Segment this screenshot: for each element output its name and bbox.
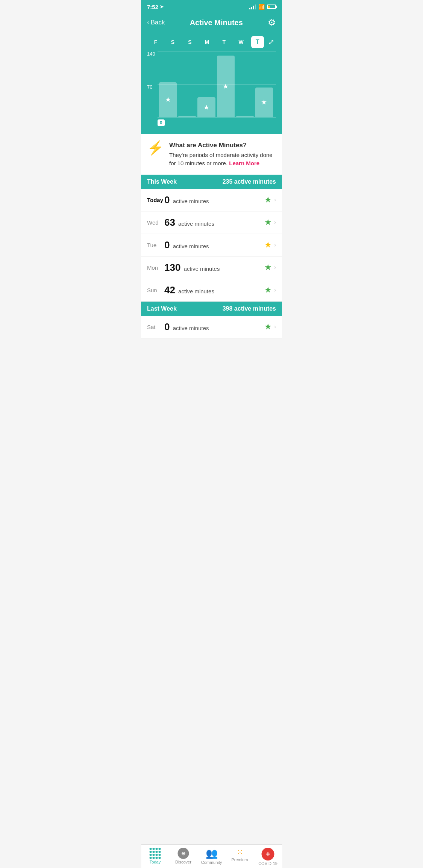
trophy-badge: T [251,36,264,48]
back-button[interactable]: ‹ Back [147,19,165,26]
day-row-wed[interactable]: Wed 63 active minutes ★ › [141,211,282,234]
chart-container: F S S M T W T ⤢ 140 70 [141,33,282,134]
chevron-mon: › [274,264,276,271]
bar-tuesday[interactable] [236,51,254,117]
y-label-140: 140 [147,51,155,57]
battery-icon [267,5,276,9]
learn-more-link[interactable]: Learn More [229,160,259,166]
day-name-mon: Mon [147,264,164,271]
time-label: 7:52 [147,4,158,10]
day-name-wed: Wed [147,219,164,226]
day-minutes-sat: 0 active minutes [164,321,264,333]
bar-wednesday-fill: ★ [255,88,273,117]
info-section: ⚡ What are Active Minutes? They're perio… [141,134,282,175]
chevron-today: › [274,196,276,203]
bar-monday[interactable]: ★ [217,51,235,117]
last-week-header: Last Week 398 active minutes [141,302,282,316]
bar-monday-fill: ★ [217,56,235,117]
day-actions-mon: ★ › [264,263,276,272]
bar-monday-star: ★ [223,82,229,91]
status-icons: 📶 [249,4,276,10]
bar-wednesday[interactable]: ★ [255,51,273,117]
chevron-sun: › [274,287,276,293]
chart-day-s2: S [183,39,197,45]
day-actions-tue: ★ › [264,240,276,250]
y-label-70: 70 [147,84,155,90]
chart-day-m: M [200,39,214,45]
settings-button[interactable]: ⚙ [268,17,276,28]
y-axis-labels: 140 70 [147,51,155,126]
day-row-sat[interactable]: Sat 0 active minutes ★ › [141,316,282,338]
bar-saturday1[interactable] [178,51,196,117]
header: ‹ Back Active Minutes ⚙ [141,14,282,33]
day-actions-wed: ★ › [264,217,276,227]
day-actions-sat: ★ › [264,322,276,332]
bar-sunday-last[interactable]: ★ [197,51,215,117]
chevron-tue: › [274,242,276,248]
bar-friday-fill: ★ [159,82,177,117]
bar-wednesday-star: ★ [261,98,267,106]
info-text: What are Active Minutes? They're periods… [169,140,276,168]
day-row-tue[interactable]: Tue 0 active minutes ★ › [141,234,282,257]
trophy-label: T [256,39,259,45]
star-sun: ★ [264,285,272,295]
grid-line-bottom [158,117,276,118]
day-actions-today: ★ › [264,195,276,205]
chart-area[interactable]: 140 70 ★ [147,51,276,126]
this-week-header: This Week 235 active minutes [141,175,282,189]
chart-day-t: T [217,39,231,45]
expand-button[interactable]: ⤢ [268,38,274,47]
day-name-sat: Sat [147,324,164,330]
day-name-tue: Tue [147,242,164,248]
signal-icon [249,4,256,9]
chart-days-row: F S S M T W T ⤢ [147,36,276,51]
page-title: Active Minutes [190,18,243,27]
bars-container: ★ ★ ★ [158,51,274,117]
last-week-label: Last Week [147,305,177,312]
star-wed: ★ [264,217,272,227]
chart-baseline [158,117,276,117]
zero-label: 0 [158,119,165,126]
day-actions-sun: ★ › [264,285,276,295]
day-name-sun: Sun [147,287,164,293]
day-minutes-mon: 130 active minutes [164,262,264,273]
this-week-total: 235 active minutes [223,178,276,185]
star-tue: ★ [264,240,272,250]
lightning-icon: ⚡ [147,141,164,155]
star-mon: ★ [264,263,272,272]
chart-day-f: F [149,39,163,45]
day-row-today[interactable]: Today 0 active minutes ★ › [141,189,282,211]
chevron-wed: › [274,219,276,226]
star-today: ★ [264,195,272,205]
day-minutes-today: 0 active minutes [164,194,264,206]
location-icon: ➤ [160,4,164,9]
day-name-today: Today [147,197,164,203]
day-minutes-sun: 42 active minutes [164,284,264,296]
day-row-mon[interactable]: Mon 130 active minutes ★ › [141,257,282,279]
status-time: 7:52 ➤ [147,4,164,10]
this-week-label: This Week [147,178,177,185]
day-minutes-tue: 0 active minutes [164,239,264,251]
chevron-left-icon: ‹ [147,19,149,26]
bar-sunday-last-fill: ★ [197,97,215,117]
day-row-sun[interactable]: Sun 42 active minutes ★ › [141,279,282,302]
day-minutes-wed: 63 active minutes [164,217,264,228]
status-bar: 7:52 ➤ 📶 [141,0,282,14]
last-week-total: 398 active minutes [223,305,276,312]
bar-friday[interactable]: ★ [159,51,177,117]
back-label: Back [151,19,165,26]
chart-day-s1: S [165,39,180,45]
bar-friday-star: ★ [165,95,171,104]
bar-sunday-last-star: ★ [203,103,209,112]
info-title: What are Active Minutes? [169,140,276,150]
star-sat: ★ [264,322,272,332]
chart-day-w: W [234,39,248,45]
wifi-icon: 📶 [258,4,265,10]
chevron-sat: › [274,323,276,330]
